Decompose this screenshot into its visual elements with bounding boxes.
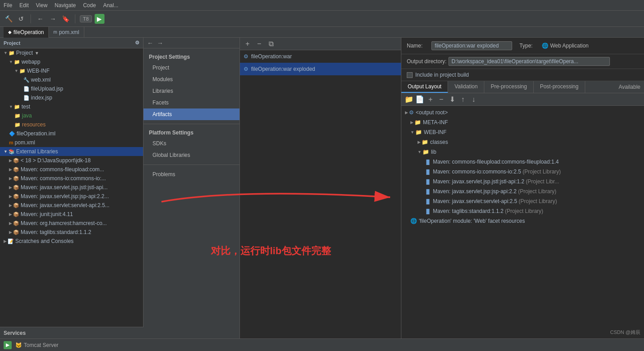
menu-analyze[interactable]: Anal... — [103, 2, 118, 9]
tree-maven-jspapi[interactable]: ▶ 📦 Maven: javax.servlet.jsp:jsp-api:2.2… — [0, 192, 143, 201]
settings-nav-header: ← → — [144, 38, 239, 48]
output-down-btn[interactable]: ↓ — [469, 95, 479, 104]
tree-maven-servletapi[interactable]: ▶ 📦 Maven: javax.servlet:servlet-api:2.5… — [0, 201, 143, 210]
output-remove-btn[interactable]: − — [436, 95, 446, 104]
settings-item-sdks[interactable]: SDKs — [144, 138, 239, 149]
project-folder-icon: 📁 — [9, 50, 15, 56]
output-web-facet[interactable]: 🌐 'fileOperation' module: 'Web' facet re… — [401, 216, 644, 226]
tab-pom-xml[interactable]: m pom.xml — [49, 27, 84, 38]
project-panel-gear[interactable]: ⚙ — [135, 40, 139, 46]
output-maven-jspapi[interactable]: ▐▌ Maven: javax.servlet.jsp:jsp-api:2.2 … — [401, 186, 644, 196]
settings-nav-content: Project Settings Project Modules Librari… — [144, 48, 239, 184]
tab-output-layout[interactable]: Output Layout — [401, 81, 448, 93]
bottom-tomcat-tab[interactable]: 🐱 Tomcat Server — [15, 342, 58, 348]
tree-iml[interactable]: 🔷 fileOperation.iml — [0, 129, 143, 138]
output-folder-btn[interactable]: 📁 — [404, 95, 414, 104]
tree-scratches[interactable]: ▶ 📝 Scratches and Consoles — [0, 237, 143, 246]
settings-item-modules[interactable]: Modules — [144, 74, 239, 85]
tree-maven-jstl[interactable]: ▶ 📦 Maven: javax.servlet.jsp.jstl:jstl-a… — [0, 183, 143, 192]
output-maven-fileupload-label: Maven: commons-fileupload:commons-fileup… — [433, 159, 559, 165]
settings-nav-panel: ← → Project Settings Project Modules Lib… — [144, 38, 240, 338]
tab-validation[interactable]: Validation — [448, 81, 484, 93]
artifact-copy-btn[interactable]: ⧉ — [266, 39, 276, 49]
tree-maven-commonsio[interactable]: ▶ 📦 Maven: commons-io:commons-io:... — [0, 174, 143, 183]
services-label: Services — [4, 330, 26, 336]
settings-item-libraries[interactable]: Libraries — [144, 85, 239, 97]
tree-project[interactable]: ▼ 📁 Project ▼ — [0, 48, 143, 57]
tab-post-processing[interactable]: Post-processing — [534, 81, 585, 93]
output-root[interactable]: ▶ ⚙ <output root> — [401, 108, 644, 117]
toolbar-build-btn[interactable]: 🔨 — [4, 14, 13, 24]
tree-maven-hamcrest[interactable]: ▶ 📦 Maven: org.hamcrest:hamcrest-co... — [0, 219, 143, 228]
tab-pre-processing[interactable]: Pre-processing — [484, 81, 534, 93]
artifact-war-label: fileOperation:war — [251, 53, 292, 60]
tree-maven-junit[interactable]: ▶ 📦 Maven: junit:junit:4.11 — [0, 210, 143, 219]
output-meta-label: META-INF — [423, 119, 448, 126]
settings-forward-btn[interactable]: → — [157, 39, 163, 47]
output-lib[interactable]: ▼ 📁 lib — [401, 147, 644, 157]
tree-jdk18[interactable]: ▶ 📦 < 18 > D:\JavaSupport\jdk-18 — [0, 156, 143, 165]
output-classes[interactable]: ▶ 📁 classes — [401, 137, 644, 147]
tree-test[interactable]: ▼ 📁 test — [0, 102, 143, 111]
tree-maven-taglibs[interactable]: ▶ 📦 Maven: taglibs:standard:1.1.2 — [0, 228, 143, 237]
tree-webxml[interactable]: 🔧 web.xml — [0, 75, 143, 84]
tree-pomxml[interactable]: m pom.xml — [0, 138, 143, 147]
output-file-btn[interactable]: 📄 — [415, 95, 425, 104]
toolbar-sync-btn[interactable]: ↺ — [16, 14, 26, 24]
output-dir-input[interactable] — [448, 57, 610, 66]
tree-webapp[interactable]: ▼ 📁 webapp — [0, 57, 143, 66]
output-maven-taglibs[interactable]: ▐▌ Maven: taglibs:standard:1.1.2 (Projec… — [401, 206, 644, 216]
toolbar-forward-btn[interactable]: → — [48, 14, 58, 24]
artifact-add-btn[interactable]: + — [243, 39, 252, 49]
settings-item-artifacts[interactable]: Artifacts — [144, 108, 239, 120]
name-input[interactable] — [431, 41, 512, 50]
tree-indexjsp[interactable]: 📄 index.jsp — [0, 93, 143, 102]
settings-item-project[interactable]: Project — [144, 62, 239, 74]
output-maven-jspapi-label: Maven: javax.servlet.jsp:jsp-api:2.2 (Pr… — [433, 188, 556, 195]
tree-java[interactable]: 📁 java — [0, 111, 143, 120]
menu-edit[interactable]: Edit — [19, 2, 29, 9]
output-webinf[interactable]: ▼ 📁 WEB-INF — [401, 127, 644, 137]
tree-maven-fileupload[interactable]: ▶ 📦 Maven: commons-fileupload:com... — [0, 165, 143, 174]
toolbar-bookmark-btn[interactable]: 🔖 — [61, 14, 70, 24]
settings-item-facets[interactable]: Facets — [144, 97, 239, 108]
artifact-war-exploded-icon: ⚙ — [244, 66, 248, 72]
settings-item-problems[interactable]: Problems — [144, 169, 239, 180]
output-meta-inf[interactable]: ▶ 📁 META-INF — [401, 117, 644, 127]
left-panel: Project ⚙ ▼ 📁 Project ▼ ▼ 📁 webapp — [0, 38, 144, 338]
output-maven-servletapi[interactable]: ▐▌ Maven: javax.servlet:servlet-api:2.5 … — [401, 196, 644, 206]
toolbar-back-btn[interactable]: ← — [35, 14, 45, 24]
maven-taglibs-icon: 📦 — [13, 230, 19, 235]
run-config-badge[interactable]: T8 — [80, 15, 92, 22]
artifact-item-war[interactable]: ⚙ fileOperation:war — [240, 50, 401, 63]
output-up-btn[interactable]: ↑ — [458, 95, 468, 104]
output-maven-fileupload[interactable]: ▐▌ Maven: commons-fileupload:commons-fil… — [401, 157, 644, 167]
menu-file[interactable]: File — [4, 2, 12, 9]
bottom-play-btn[interactable]: ▶ — [4, 341, 12, 349]
artifact-item-war-exploded[interactable]: ⚙ fileOperation:war exploded — [240, 63, 401, 75]
lib-servletapi-icon: ▐▌ — [425, 199, 431, 204]
artifact-remove-btn[interactable]: − — [254, 39, 264, 49]
tab-file-operation[interactable]: ◆ fileOperation — [4, 27, 49, 38]
menu-code[interactable]: Code — [83, 2, 96, 9]
indexjsp-icon: 📄 — [23, 95, 30, 101]
tree-webinf[interactable]: ▼ 📁 WEB-INF — [0, 66, 143, 75]
artifact-war-exploded-label: fileOperation:war exploded — [251, 66, 315, 72]
tree-resources[interactable]: 📁 resources — [0, 120, 143, 129]
tree-arrow-webinf: ▼ — [14, 69, 18, 73]
output-lib-arrow: ▼ — [418, 150, 422, 154]
run-button[interactable]: ▶ — [95, 14, 104, 24]
tree-external-libs[interactable]: ▼ 📚 External Libraries — [0, 147, 143, 156]
tree-fileupload[interactable]: 📄 fileUpload.jsp — [0, 84, 143, 93]
settings-item-global-libs[interactable]: Global Libraries — [144, 149, 239, 161]
settings-back-btn[interactable]: ← — [147, 39, 153, 47]
output-maven-jstl[interactable]: ▐▌ Maven: javax.servlet.jsp.jstl:jstl-ap… — [401, 177, 644, 186]
menu-navigate[interactable]: Navigate — [55, 2, 76, 9]
output-sort-btn[interactable]: ⬇ — [447, 95, 457, 104]
output-add-btn[interactable]: + — [426, 95, 435, 104]
services-header: Services — [0, 327, 144, 338]
output-maven-commonsio[interactable]: ▐▌ Maven: commons-io:commons-io:2.5 (Pro… — [401, 167, 644, 177]
tree-arrow-m8: ▶ — [9, 230, 12, 234]
include-checkbox[interactable] — [407, 72, 413, 78]
menu-view[interactable]: View — [36, 2, 48, 9]
